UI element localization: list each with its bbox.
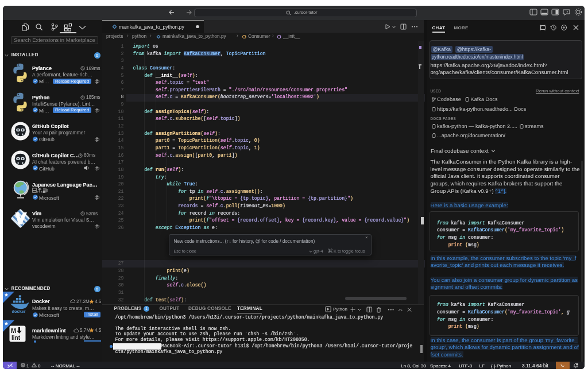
- svg-text:lint: lint: [11, 335, 21, 341]
- svg-text:docker: docker: [12, 309, 26, 314]
- svg-text:M: M: [11, 327, 16, 334]
